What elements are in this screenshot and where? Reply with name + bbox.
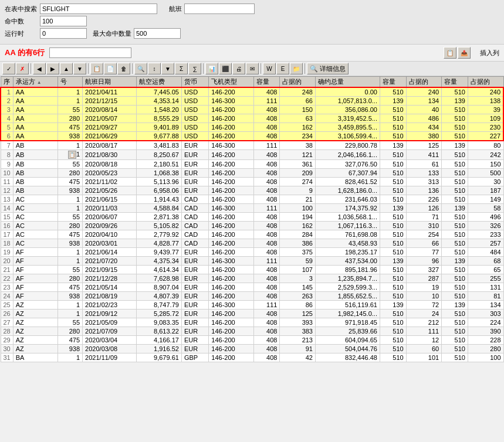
cell-occ1: 162 — [280, 123, 316, 132]
cell-cap1: 408 — [253, 222, 280, 230]
th-plane[interactable]: 飞机类型 — [209, 77, 253, 88]
tb-graph[interactable]: 📊 — [205, 63, 218, 74]
cell-currency: EUR — [181, 292, 208, 301]
cell-occ3: 255 — [468, 274, 503, 283]
th-date[interactable]: 航班日期 — [83, 77, 137, 88]
th-cost[interactable]: 航空运费 — [137, 77, 181, 88]
tb-subtotal[interactable]: Σ — [175, 63, 188, 74]
cell-date: 2021/11/02 — [83, 178, 137, 186]
th-occ1[interactable]: 占据的 — [280, 77, 316, 88]
cell-currency: USD — [181, 114, 208, 123]
cell-cap2: 510 — [380, 310, 406, 318]
th-total[interactable]: 确约总量 — [315, 77, 380, 88]
tb-copy[interactable]: 📋 — [90, 63, 103, 74]
cell-occ2: 77 — [406, 248, 442, 257]
cell-plane: 146-200 — [209, 327, 253, 336]
cell-carrier: AB — [13, 150, 57, 160]
tb-mail[interactable]: ✉ — [246, 63, 259, 74]
cell-currency: USD — [181, 123, 208, 132]
flight-input[interactable] — [184, 4, 255, 14]
cell-occ1: 284 — [280, 230, 316, 239]
detail-info-button[interactable]: 🔍 详细信息 — [307, 63, 349, 74]
copy-icon-btn[interactable]: 📋 — [444, 47, 456, 59]
tb-cancel[interactable]: ✗ — [16, 63, 29, 74]
cell-cap2: 510 — [380, 132, 406, 141]
th-carrier[interactable]: 承运方 ▲ — [13, 77, 57, 88]
th-cap3[interactable]: 容量 — [442, 77, 468, 88]
cell-carrier: AA — [13, 132, 57, 141]
max-label: 最大命中数量 — [93, 29, 131, 38]
cell-date: 2021/06/15 — [83, 195, 137, 204]
announcement-input[interactable] — [49, 47, 131, 58]
tb-find[interactable]: 🔍 — [134, 63, 147, 74]
row-icon[interactable]: 📋 — [68, 151, 76, 159]
tb-word[interactable]: W — [263, 63, 276, 74]
tb-delete[interactable]: 🗑 — [117, 63, 130, 74]
table-row: 18 AC 938 2020/03/01 4,828.77 CAD 146-20… — [1, 239, 503, 248]
cell-cap2: 510 — [380, 186, 406, 195]
max-input[interactable] — [134, 28, 181, 39]
tb-excel[interactable]: E — [276, 63, 289, 74]
cell-carrier: AB — [13, 160, 57, 169]
search-input[interactable] — [40, 4, 157, 14]
cell-occ2: 313 — [406, 178, 442, 186]
th-occ3[interactable]: 占据的 — [468, 77, 503, 88]
cell-seq: 14 — [1, 204, 13, 213]
cell-occ1: 274 — [280, 178, 316, 186]
runtime-input[interactable] — [40, 28, 87, 39]
cell-cost: 7,445.05 — [137, 87, 181, 97]
cell-seq: 19 — [1, 248, 13, 257]
tb-sum[interactable]: ∑ — [188, 63, 201, 74]
th-cap1[interactable]: 容量 — [253, 77, 280, 88]
tb-down[interactable]: ▼ — [73, 63, 86, 74]
cell-seq: 27 — [1, 318, 13, 327]
tb-print[interactable]: 🖨 — [232, 63, 245, 74]
th-cap2[interactable]: 容量 — [380, 77, 406, 88]
cell-cap2: 510 — [380, 114, 406, 123]
cell-occ2: 226 — [406, 195, 442, 204]
cell-date: 2020/08/17 — [83, 141, 137, 150]
cell-currency: USD — [181, 97, 208, 106]
cell-num: 1 — [58, 310, 83, 318]
cell-cap1: 408 — [253, 123, 280, 132]
table-row: 13 AC 1 2021/06/15 1,914.43 CAD 146-200 … — [1, 195, 503, 204]
cell-carrier: AZ — [13, 345, 57, 353]
th-currency[interactable]: 货币 — [181, 77, 208, 88]
table-row: 11 AB 475 2021/11/02 5,113.96 EUR 146-20… — [1, 178, 503, 186]
cell-currency: EUR — [181, 141, 208, 150]
tb-up[interactable]: ▲ — [60, 63, 73, 74]
cell-seq: 12 — [1, 186, 13, 195]
cell-cap1: 111 — [253, 301, 280, 310]
tb-right[interactable]: ▶ — [46, 63, 59, 74]
tb-left[interactable]: ◀ — [33, 63, 46, 74]
tb-filter[interactable]: ▼ — [161, 63, 174, 74]
cell-cap3: 510 — [442, 222, 468, 230]
cell-plane: 146-300 — [209, 204, 253, 213]
cell-seq: 21 — [1, 266, 13, 274]
cell-cap2: 139 — [380, 204, 406, 213]
table-row: 31 BA 1 2021/11/09 9,679.61 GBP 146-200 … — [1, 353, 503, 362]
th-num[interactable]: 号 — [58, 77, 83, 88]
tb-local[interactable]: 📁 — [290, 63, 303, 74]
cell-carrier: AB — [13, 141, 57, 150]
tb-check[interactable]: ✓ — [2, 63, 15, 74]
cell-plane: 146-300 — [209, 257, 253, 266]
cell-occ2: 10 — [406, 292, 442, 301]
cell-seq: 26 — [1, 310, 13, 318]
tb-layout[interactable]: ⬛ — [219, 63, 232, 74]
cell-seq: 24 — [1, 292, 13, 301]
cell-seq: 10 — [1, 169, 13, 178]
cell-plane: 146-200 — [209, 169, 253, 178]
cell-occ3: 149 — [468, 195, 503, 204]
cell-total: 604,094.65 — [315, 336, 380, 345]
cell-date: 2021/12/28 — [83, 274, 137, 283]
tb-paste[interactable]: 📄 — [104, 63, 117, 74]
table-row: 5 AA 475 2021/09/27 9,401.89 USD 146-200… — [1, 123, 503, 132]
th-occ2[interactable]: 占据的 — [406, 77, 442, 88]
cell-cap2: 510 — [380, 106, 406, 114]
tb-sort[interactable]: ↕ — [148, 63, 161, 74]
cell-plane: 146-200 — [209, 336, 253, 345]
cell-cap3: 510 — [442, 123, 468, 132]
paste-icon-btn[interactable]: 📤 — [458, 47, 471, 59]
order-input[interactable] — [40, 16, 87, 26]
